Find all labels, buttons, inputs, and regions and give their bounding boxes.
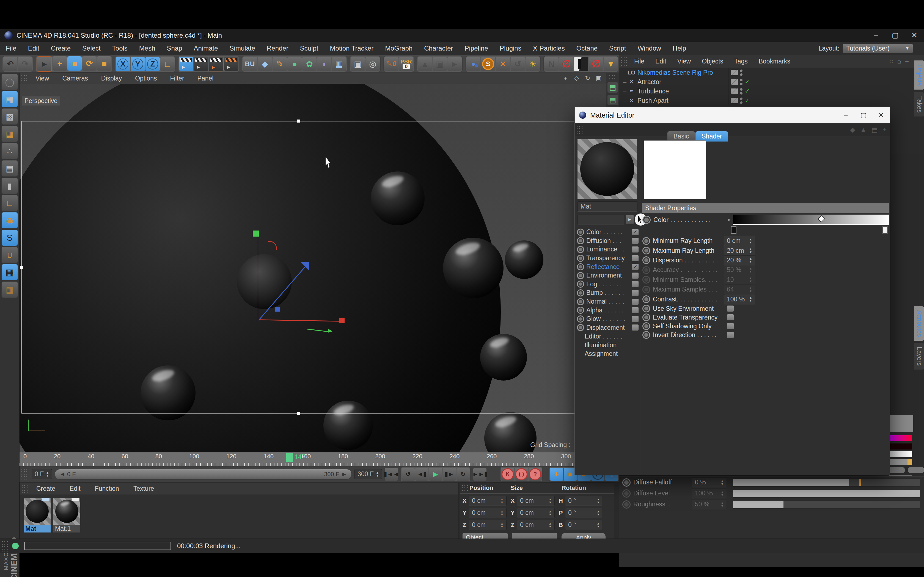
viewport-canvas[interactable]: Perspective Grid Spacing : (19, 84, 606, 452)
minimize-button[interactable]: – (837, 107, 855, 123)
material-channel-row[interactable]: Alpha . . . . . . (577, 306, 638, 314)
left-tool-button[interactable]: ▦ (2, 281, 18, 298)
left-tool-button[interactable]: ▦ (2, 264, 18, 280)
viewport-nav-icon[interactable]: ▣ (594, 74, 603, 82)
material-editor-titlebar[interactable]: Material Editor – ▢ ✕ (575, 107, 890, 123)
keyframe-radio-icon[interactable] (642, 286, 650, 293)
left-tool-button[interactable]: ▦ (2, 91, 18, 108)
material-name[interactable]: Mat (24, 525, 51, 532)
shader-value-field[interactable]: 10▲▼ (724, 275, 755, 285)
material-channel-row[interactable]: Environment (577, 271, 638, 280)
gradient-end-knob-black[interactable] (731, 226, 737, 234)
channel-checkbox[interactable]: ✓ (632, 264, 638, 270)
keyframe-radio-icon[interactable] (642, 331, 650, 339)
shader-checkbox[interactable] (727, 306, 734, 311)
channel-radio-icon[interactable] (577, 324, 584, 331)
layout-dropdown[interactable]: Tutorials (User) ▼ (843, 44, 913, 53)
transport-button[interactable]: ◄▮ (415, 467, 428, 481)
object-manager-menu-item[interactable]: View (672, 58, 696, 65)
toolbar-button-transform[interactable]: ■ (97, 56, 111, 71)
ellipsis-button[interactable] (908, 467, 924, 473)
shader-value-field[interactable]: 20 cm▲▼ (724, 246, 755, 256)
toolbar-button-octane[interactable]: N (544, 57, 559, 71)
material-channel-row[interactable]: Diffusion . . . (577, 237, 638, 245)
record-button[interactable]: ( ) (515, 467, 528, 481)
toolbar-button-undo-redo[interactable]: ↷ (18, 57, 32, 71)
left-tool-button[interactable]: S (2, 229, 18, 246)
menu-item[interactable]: Tools (107, 45, 133, 52)
start-frame-field[interactable]: 0 F▲▼ (32, 469, 52, 479)
toolbar-button-octane[interactable]: ∅ (559, 57, 573, 71)
toolbar-button-undo-redo[interactable]: ↶ (3, 57, 17, 71)
toolbar-button-create[interactable]: ▦ (332, 57, 346, 71)
toolbar-button-scene[interactable]: ▣ (351, 57, 365, 71)
channel-radio-icon[interactable] (577, 255, 584, 262)
property-slider[interactable] (733, 489, 920, 498)
channel-radio-icon[interactable] (577, 272, 584, 279)
channel-radio-icon[interactable] (577, 289, 584, 297)
render-region-border[interactable] (21, 121, 576, 414)
enabled-check-icon[interactable]: ✓ (745, 78, 752, 85)
toolbar-button-simulation[interactable]: ● (466, 57, 480, 71)
toolbar-button-axis-lock[interactable]: Z (145, 57, 160, 71)
panel-grip[interactable] (21, 484, 28, 493)
panel-grip[interactable] (21, 468, 28, 480)
panel-grip[interactable] (21, 74, 28, 82)
menu-item[interactable]: X-Particles (527, 45, 570, 52)
object-manager-tool-icon[interactable]: ⌂ (897, 57, 901, 65)
keyframe-radio-icon[interactable] (622, 489, 631, 498)
material-page-row[interactable]: Editor . . . . . . (577, 332, 638, 341)
color-gradient-bar[interactable] (888, 435, 912, 441)
left-tool-button[interactable]: ◉ (2, 212, 18, 229)
toolbar-button-modeling[interactable]: ▲ (418, 57, 432, 71)
timeline-playhead[interactable] (286, 453, 293, 462)
maximize-button[interactable]: ▢ (855, 107, 872, 123)
channel-radio-icon[interactable] (577, 263, 584, 270)
material-page-row[interactable]: Assignment (577, 350, 638, 358)
channel-radio-icon[interactable] (577, 237, 584, 244)
attribute-side-tab[interactable]: Layers (914, 343, 924, 369)
keyframe-radio-icon[interactable] (642, 314, 650, 321)
shader-checkbox[interactable] (727, 323, 734, 329)
region-handle[interactable] (297, 119, 300, 122)
keyframe-radio-icon[interactable] (622, 479, 631, 487)
shader-value-field[interactable]: 100 %▲▼ (724, 294, 755, 305)
shader-checkbox[interactable] (727, 332, 734, 338)
size-field[interactable]: 0 cm▲▼ (517, 496, 555, 506)
shader-browse-button[interactable]: ► (626, 215, 633, 224)
position-field[interactable]: 0 cm▲▼ (469, 508, 507, 518)
toolbar-button-psr[interactable]: ✎0 (384, 57, 399, 71)
toolbar-button-axis-lock[interactable]: X (116, 57, 130, 71)
frame-range-slider[interactable]: ◄ 0 F 300 F ► (55, 469, 352, 479)
channel-radio-icon[interactable] (577, 280, 584, 288)
menu-item[interactable]: Mesh (133, 45, 161, 52)
enable-dots-icon[interactable] (740, 69, 743, 76)
end-frame-field[interactable]: 300 F▲▼ (354, 469, 382, 479)
rotation-field[interactable]: 0 °▲▼ (565, 508, 603, 518)
shader-value-field[interactable]: 64▲▼ (724, 284, 755, 295)
object-name[interactable]: Nikomedias Scene Rig Pro (636, 69, 713, 76)
filter-cube-icon[interactable]: ⬒ (607, 82, 618, 93)
toolbar-button-simulation[interactable]: ✕ (496, 57, 510, 71)
toolbar-button-render[interactable] (224, 56, 238, 71)
manager-side-tab[interactable]: Objects (914, 60, 924, 90)
toolbar-button-create[interactable]: ✿ (302, 57, 317, 71)
minimize-button[interactable]: – (866, 29, 885, 42)
channel-checkbox[interactable]: ✓ (632, 229, 638, 235)
toolbar-button-simulation[interactable]: S (481, 57, 495, 71)
toolbar-button-create[interactable]: BU (243, 57, 257, 71)
dark-color-bar[interactable] (888, 443, 912, 450)
toolbar-button-create[interactable]: ● (288, 57, 302, 71)
menu-item[interactable]: Create (45, 45, 76, 52)
material-channel-row[interactable]: Color . . . . . . ✓ (577, 228, 638, 237)
toolbar-button-axis-lock[interactable]: ∟ (160, 57, 174, 71)
menu-item[interactable]: Character (418, 45, 459, 52)
material-thumbnail[interactable] (24, 498, 51, 525)
toolbar-button-transform[interactable]: ► (37, 56, 52, 72)
position-field[interactable]: 0 cm▲▼ (469, 520, 507, 530)
left-tool-button[interactable]: ▩ (2, 108, 18, 125)
material-menu-item[interactable]: Function (88, 485, 126, 492)
toolbar-button-transform[interactable]: ■ (67, 56, 82, 71)
menu-item[interactable]: Window (632, 45, 667, 52)
record-button[interactable]: ? (528, 467, 542, 481)
